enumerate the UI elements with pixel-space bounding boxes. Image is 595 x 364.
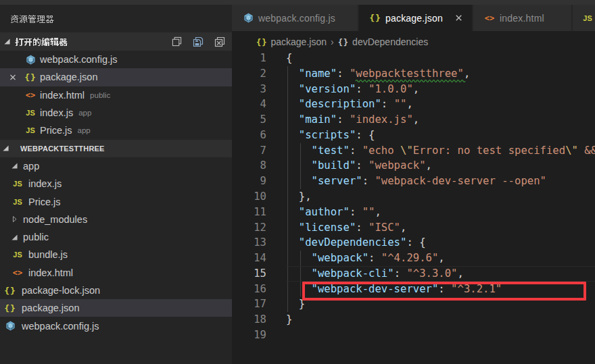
tree-file-name: package.json (22, 303, 79, 313)
tree-file-name: Price.js (28, 197, 61, 207)
line-text: "test": "echo \"Error: no test specified… (286, 143, 595, 159)
line-number[interactable]: 3 (232, 82, 266, 97)
line-number[interactable]: 13 (232, 235, 266, 251)
tree-file-item[interactable]: {}package-lock.json (0, 282, 232, 299)
code-line: 14 "webpack": "^4.29.6", (232, 251, 595, 266)
tab-label: index.html (500, 13, 544, 24)
code-line: 13 "devDependencies": { (232, 235, 595, 251)
file-path-badge: public (90, 91, 110, 99)
open-editor-item[interactable]: webpack.config.js (0, 51, 232, 68)
open-editor-file-name: index.html (40, 90, 85, 101)
tree-file-item[interactable]: JSindex.js (0, 175, 232, 192)
code-line: 4 "description": "", (232, 97, 595, 112)
new-untitled-file-icon[interactable] (171, 36, 182, 47)
code-line: 3 "version": "1.0.0", (232, 82, 595, 97)
tab-index.html[interactable]: <>index.html (473, 5, 571, 31)
tab-label: package.json (385, 13, 443, 24)
line-number[interactable]: 7 (232, 143, 266, 159)
open-editor-file-name: webpack.config.js (40, 54, 117, 65)
line-number[interactable]: 10 (232, 189, 266, 205)
js-file-icon: JS (25, 125, 36, 136)
js-file-icon: JS (582, 13, 593, 24)
tab-package.json[interactable]: {}package.json (359, 5, 472, 31)
open-editors-header[interactable]: 打开的编辑器 (0, 32, 232, 51)
json-file-icon: {} (5, 285, 16, 296)
tree-folder-item[interactable]: node_modules (0, 211, 232, 228)
breadcrumb: {}package.json›{}devDependencies (232, 31, 595, 51)
breadcrumb-item[interactable]: {}devDependencies (338, 36, 429, 47)
open-editors-list: webpack.config.js{}package.json<>index.h… (0, 51, 232, 139)
js-file-icon: JS (12, 249, 23, 260)
line-number[interactable]: 1 (232, 51, 266, 66)
line-number[interactable]: 16 (232, 282, 266, 297)
line-number[interactable]: 2 (232, 66, 266, 82)
html-file-icon: <> (12, 267, 23, 278)
breadcrumb-label: package.json (270, 36, 327, 47)
line-number[interactable]: 19 (232, 328, 266, 343)
code-line: 9 "server": "webpack-dev-server --open" (232, 174, 595, 189)
open-editor-item[interactable]: <>index.htmlpublic (0, 86, 232, 104)
tab-partial[interactable]: JS (573, 5, 595, 31)
line-text: "description": "", (286, 97, 413, 112)
twistie-expanded-icon (11, 234, 18, 240)
tree-file-item[interactable]: {}package.json (0, 299, 232, 317)
line-number[interactable]: 4 (232, 97, 266, 112)
line-number[interactable]: 9 (232, 174, 266, 189)
line-number[interactable]: 6 (232, 128, 266, 143)
code-editor[interactable]: 1{2 "name": "webpacktestthree",3 "versio… (232, 51, 595, 364)
open-editor-item[interactable]: {}package.json (0, 68, 232, 86)
line-text: "license": "ISC", (286, 220, 406, 236)
json-file-icon: {} (25, 72, 36, 82)
line-number[interactable]: 15 (232, 266, 266, 282)
tab-bar: webpack.config.js{}package.json<>index.h… (232, 5, 595, 31)
tree-file-item[interactable]: <>index.html (0, 264, 232, 282)
js-file-icon: JS (12, 197, 23, 207)
tree-folder-name: node_modules (23, 214, 87, 225)
chevron-expanded-icon (2, 145, 9, 152)
line-number[interactable]: 17 (232, 296, 266, 312)
line-text: } (286, 312, 292, 328)
explorer-title: 资源管理器 (10, 9, 54, 26)
code-line: 8 "build": "webpack", (232, 158, 595, 174)
close-icon[interactable] (454, 13, 465, 24)
close-icon[interactable] (8, 72, 18, 82)
open-editor-item[interactable]: JSPrice.jsapp (0, 122, 232, 139)
code-line: 7 "test": "echo \"Error: no test specifi… (232, 143, 595, 159)
tree-file-name: webpack.config.js (22, 321, 99, 332)
tree-folder-name: public (23, 232, 49, 242)
vscode-window: 资源管理器 打开的编辑器 webpack.config.js{}package.… (0, 0, 595, 364)
code-line: 19 (232, 328, 595, 343)
open-editor-file-name: index.js (40, 107, 73, 118)
line-number[interactable]: 5 (232, 112, 266, 128)
tab-webpack.config.js[interactable]: webpack.config.js (232, 5, 358, 31)
tree-file-item[interactable]: JSbundle.js (0, 246, 232, 263)
chevron-expanded-icon (3, 38, 10, 45)
project-section-header[interactable]: WEBPACKTESTTHREE (0, 140, 232, 157)
breadcrumb-item[interactable]: {}package.json (256, 36, 327, 47)
breadcrumb-label: devDependencies (352, 36, 428, 47)
save-all-icon[interactable] (193, 36, 204, 47)
close-all-editors-icon[interactable] (214, 36, 225, 47)
line-number[interactable]: 8 (232, 158, 266, 174)
line-number[interactable]: 11 (232, 205, 266, 220)
tree-file-name: bundle.js (28, 249, 68, 260)
code-line: 10 }, (232, 189, 595, 205)
line-text: "main": "index.js", (286, 112, 419, 128)
line-number[interactable]: 18 (232, 312, 266, 328)
open-editor-item[interactable]: JSindex.jsapp (0, 104, 232, 122)
webpack-file-icon (243, 13, 254, 24)
webpack-file-icon (5, 321, 16, 332)
annotation-red-box (302, 282, 586, 301)
project-name-label: WEBPACKTESTTHREE (20, 145, 105, 153)
tree-folder-item[interactable]: public (0, 228, 232, 246)
line-number[interactable]: 14 (232, 251, 266, 266)
tree-folder-item[interactable]: app (0, 157, 232, 175)
tree-file-item[interactable]: webpack.config.js (0, 317, 232, 334)
line-number[interactable]: 12 (232, 220, 266, 236)
file-tree: appJSindex.jsJSPrice.jsnode_modulespubli… (0, 157, 232, 335)
line-text: "build": "webpack", (286, 158, 432, 174)
line-text: "author": "", (286, 205, 381, 220)
open-editor-file-name: package.json (40, 72, 97, 82)
tree-file-item[interactable]: JSPrice.js (0, 192, 232, 210)
html-file-icon: <> (25, 90, 36, 101)
